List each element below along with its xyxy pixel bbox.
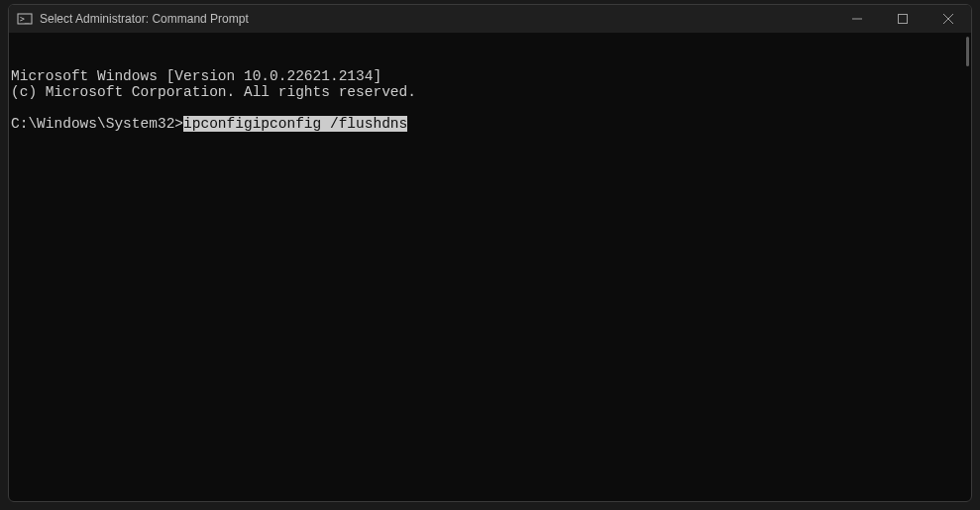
cmd-icon: >_ xyxy=(17,11,33,27)
titlebar[interactable]: >_ Select Administrator: Command Prompt xyxy=(9,5,971,33)
window-controls xyxy=(834,5,971,33)
selected-command-text: ipconfigipconfig /flushdns xyxy=(183,116,407,132)
scrollbar[interactable] xyxy=(959,33,971,501)
maximize-button[interactable] xyxy=(880,5,926,33)
minimize-button[interactable] xyxy=(834,5,880,33)
prompt-line: C:\Windows\System32>ipconfigipconfig /fl… xyxy=(11,116,969,132)
window-title: Select Administrator: Command Prompt xyxy=(40,12,834,26)
terminal-line: (c) Microsoft Corporation. All rights re… xyxy=(11,84,969,100)
terminal-output-area[interactable]: Microsoft Windows [Version 10.0.22621.21… xyxy=(9,33,971,501)
terminal-line: Microsoft Windows [Version 10.0.22621.21… xyxy=(11,68,969,84)
svg-text:>_: >_ xyxy=(20,15,30,24)
prompt-path: C:\Windows\System32> xyxy=(11,116,183,132)
close-button[interactable] xyxy=(926,5,971,33)
scrollbar-thumb[interactable] xyxy=(966,37,969,66)
svg-rect-3 xyxy=(899,15,908,24)
terminal-blank-line xyxy=(11,100,969,116)
command-prompt-window: >_ Select Administrator: Command Prompt xyxy=(8,4,972,502)
